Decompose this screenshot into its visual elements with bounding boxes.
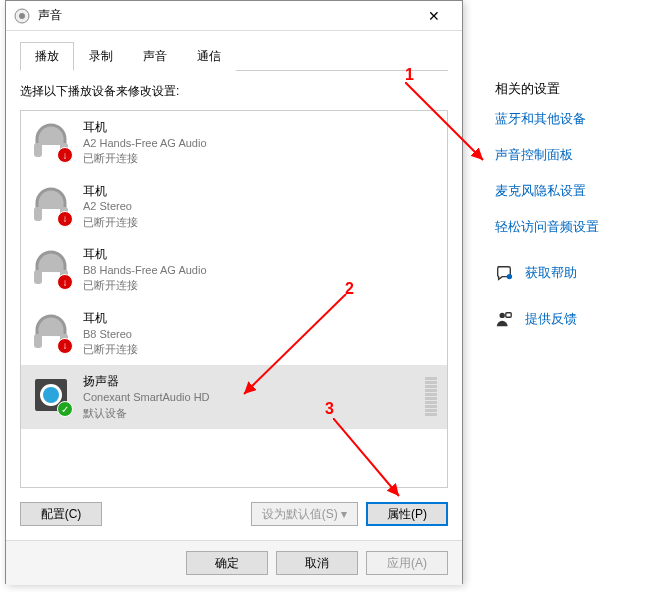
device-desc: B8 Stereo <box>83 327 437 342</box>
cancel-button[interactable]: 取消 <box>276 551 358 575</box>
related-link-0[interactable]: 蓝牙和其他设备 <box>495 110 655 128</box>
device-name: 扬声器 <box>83 373 413 390</box>
device-name: 耳机 <box>83 246 437 263</box>
ok-button[interactable]: 确定 <box>186 551 268 575</box>
sound-dialog: 声音 ✕ 播放录制声音通信 选择以下播放设备来修改设置: 耳机A2 Hands-… <box>5 0 463 584</box>
device-item[interactable]: 耳机B8 Stereo已断开连接 <box>21 302 447 366</box>
related-link-1[interactable]: 声音控制面板 <box>495 146 655 164</box>
tab-0[interactable]: 播放 <box>20 42 74 71</box>
device-info: 耳机A2 Stereo已断开连接 <box>83 183 437 231</box>
svg-rect-15 <box>506 313 511 318</box>
chevron-down-icon: ▾ <box>341 507 347 521</box>
get-help-link[interactable]: 获取帮助 <box>495 264 655 282</box>
prompt-text: 选择以下播放设备来修改设置: <box>20 83 448 100</box>
close-button[interactable]: ✕ <box>414 2 454 30</box>
device-status: 已断开连接 <box>83 151 437 166</box>
svg-rect-6 <box>34 270 42 284</box>
dialog-body: 播放录制声音通信 选择以下播放设备来修改设置: 耳机A2 Hands-Free … <box>6 31 462 540</box>
headphone-icon <box>31 312 71 352</box>
svg-point-12 <box>43 387 59 403</box>
related-settings-heading: 相关的设置 <box>495 80 655 98</box>
device-status: 默认设备 <box>83 406 413 421</box>
dialog-button-row: 确定 取消 应用(A) <box>6 540 462 585</box>
device-desc: A2 Stereo <box>83 199 437 214</box>
svg-point-14 <box>500 313 505 318</box>
related-link-2[interactable]: 麦克风隐私设置 <box>495 182 655 200</box>
related-settings-panel: 相关的设置 蓝牙和其他设备声音控制面板麦克风隐私设置轻松访问音频设置 获取帮助提… <box>495 80 655 346</box>
check-badge-icon <box>57 401 73 417</box>
headphone-icon <box>31 185 71 225</box>
sound-sys-icon <box>14 8 30 24</box>
device-info: 扬声器Conexant SmartAudio HD默认设备 <box>83 373 413 421</box>
disconnect-badge-icon <box>57 338 73 354</box>
device-name: 耳机 <box>83 119 437 136</box>
person-feedback-icon <box>495 310 513 328</box>
device-info: 耳机A2 Hands-Free AG Audio已断开连接 <box>83 119 437 167</box>
properties-button[interactable]: 属性(P) <box>366 502 448 526</box>
device-name: 耳机 <box>83 183 437 200</box>
disconnect-badge-icon <box>57 274 73 290</box>
device-list[interactable]: 耳机A2 Hands-Free AG Audio已断开连接耳机A2 Stereo… <box>20 110 448 488</box>
headphone-icon <box>31 248 71 288</box>
headphone-icon <box>31 121 71 161</box>
tab-3[interactable]: 通信 <box>182 42 236 71</box>
svg-rect-8 <box>34 334 42 348</box>
svg-rect-2 <box>34 143 42 157</box>
action-label: 提供反馈 <box>525 310 577 328</box>
set-default-button[interactable]: 设为默认值(S) ▾ <box>251 502 358 526</box>
device-status: 已断开连接 <box>83 278 437 293</box>
device-desc: Conexant SmartAudio HD <box>83 390 413 405</box>
tab-bar: 播放录制声音通信 <box>20 41 448 71</box>
disconnect-badge-icon <box>57 147 73 163</box>
apply-button[interactable]: 应用(A) <box>366 551 448 575</box>
device-status: 已断开连接 <box>83 342 437 357</box>
title-bar: 声音 ✕ <box>6 1 462 31</box>
give-feedback-link[interactable]: 提供反馈 <box>495 310 655 328</box>
device-item[interactable]: 耳机A2 Stereo已断开连接 <box>21 175 447 239</box>
device-info: 耳机B8 Hands-Free AG Audio已断开连接 <box>83 246 437 294</box>
device-desc: A2 Hands-Free AG Audio <box>83 136 437 151</box>
device-name: 耳机 <box>83 310 437 327</box>
list-button-row: 配置(C) 设为默认值(S) ▾ 属性(P) <box>20 502 448 526</box>
svg-point-1 <box>19 13 25 19</box>
svg-rect-4 <box>34 207 42 221</box>
device-item[interactable]: 耳机B8 Hands-Free AG Audio已断开连接 <box>21 238 447 302</box>
speaker-icon <box>31 375 71 415</box>
device-desc: B8 Hands-Free AG Audio <box>83 263 437 278</box>
disconnect-badge-icon <box>57 211 73 227</box>
device-item[interactable]: 扬声器Conexant SmartAudio HD默认设备 <box>21 365 447 429</box>
related-link-3[interactable]: 轻松访问音频设置 <box>495 218 655 236</box>
svg-point-13 <box>507 274 512 279</box>
action-label: 获取帮助 <box>525 264 577 282</box>
configure-button[interactable]: 配置(C) <box>20 502 102 526</box>
device-status: 已断开连接 <box>83 215 437 230</box>
tab-1[interactable]: 录制 <box>74 42 128 71</box>
device-item[interactable]: 耳机A2 Hands-Free AG Audio已断开连接 <box>21 111 447 175</box>
device-info: 耳机B8 Stereo已断开连接 <box>83 310 437 358</box>
tab-2[interactable]: 声音 <box>128 42 182 71</box>
dialog-title: 声音 <box>38 7 414 24</box>
chat-help-icon <box>495 264 513 282</box>
level-meter <box>425 377 437 416</box>
